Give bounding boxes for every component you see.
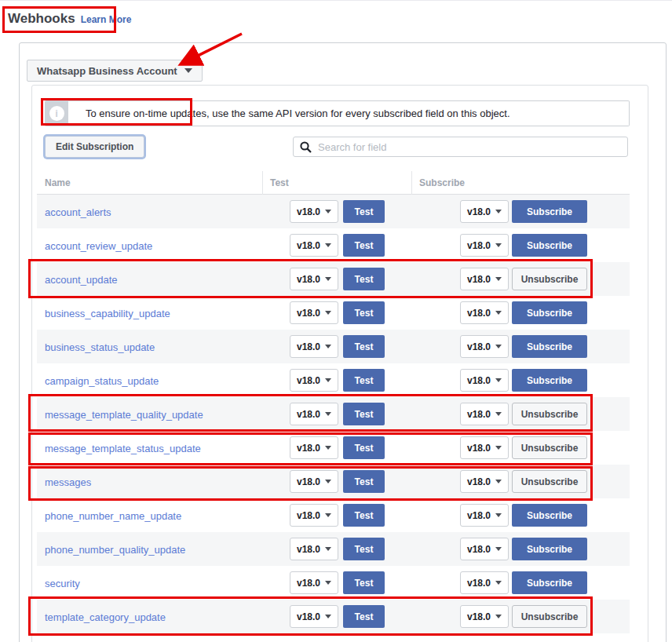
- subscribe-version-select[interactable]: v18.0: [460, 605, 509, 628]
- search-input[interactable]: [318, 141, 621, 153]
- subscribe-version-select[interactable]: v18.0: [460, 403, 509, 425]
- chevron-down-icon: [495, 412, 502, 416]
- subscribe-version-select[interactable]: v18.0: [460, 504, 509, 527]
- test-button[interactable]: Test: [343, 369, 385, 392]
- test-button[interactable]: Test: [343, 268, 385, 290]
- test-version-select[interactable]: v18.0: [290, 470, 338, 493]
- chevron-down-icon: [325, 480, 331, 483]
- subscribe-version-select[interactable]: v18.0: [460, 470, 509, 493]
- chevron-down-icon: [495, 581, 502, 585]
- field-name-link[interactable]: security: [45, 577, 80, 589]
- subscribe-version-select[interactable]: v18.0: [460, 335, 509, 358]
- table-row: account_review_update v18.0 Test v18.0 S…: [37, 228, 630, 262]
- test-button[interactable]: Test: [343, 234, 385, 257]
- test-button[interactable]: Test: [343, 504, 385, 527]
- info-icon: i: [45, 100, 68, 126]
- table-row: message_template_status_update v18.0 Tes…: [37, 431, 630, 465]
- table-row: account_update v18.0 Test v18.0 Unsubscr…: [37, 262, 630, 296]
- subscribe-action-button[interactable]: Unsubscribe: [512, 470, 587, 493]
- table-row: security v18.0 Test v18.0 Subscribe: [37, 566, 630, 600]
- subscribe-version-select[interactable]: v18.0: [460, 200, 509, 223]
- subscribe-action-button[interactable]: Subscribe: [512, 571, 587, 594]
- info-banner: i To ensure on-time updates, use the sam…: [45, 100, 630, 126]
- test-button[interactable]: Test: [343, 605, 385, 628]
- test-button[interactable]: Test: [343, 470, 385, 493]
- test-button[interactable]: Test: [343, 200, 385, 223]
- edit-subscription-button[interactable]: Edit Subscription: [45, 136, 144, 158]
- chevron-down-icon: [325, 615, 331, 618]
- subscribe-version-select[interactable]: v18.0: [460, 301, 509, 324]
- test-version-select[interactable]: v18.0: [290, 605, 338, 628]
- subscribe-version-select[interactable]: v18.0: [460, 571, 509, 594]
- subscribe-version-select[interactable]: v18.0: [460, 234, 509, 257]
- column-header-test: Test: [270, 177, 289, 188]
- chevron-down-icon: [495, 446, 502, 450]
- test-button[interactable]: Test: [343, 301, 385, 324]
- field-name-link[interactable]: phone_number_name_update: [45, 509, 181, 521]
- subscribe-version-select[interactable]: v18.0: [460, 538, 509, 560]
- table-row: account_alerts v18.0 Test v18.0 Subscrib…: [37, 195, 630, 228]
- chevron-down-icon: [325, 345, 331, 348]
- chevron-down-icon: [495, 277, 502, 281]
- chevron-down-icon: [495, 210, 502, 213]
- chevron-down-icon: [325, 446, 331, 450]
- object-type-dropdown[interactable]: Whatsapp Business Account: [27, 60, 203, 82]
- test-button[interactable]: Test: [343, 538, 385, 560]
- subscribe-action-button[interactable]: Subscribe: [512, 538, 587, 560]
- learn-more-link[interactable]: Learn More: [81, 14, 132, 25]
- test-version-select[interactable]: v18.0: [290, 200, 338, 223]
- field-name-link[interactable]: business_capability_update: [45, 307, 170, 319]
- test-version-select[interactable]: v18.0: [290, 234, 338, 257]
- subscribe-action-button[interactable]: Subscribe: [512, 301, 587, 324]
- test-version-select[interactable]: v18.0: [290, 436, 338, 459]
- table-row: messages v18.0 Test v18.0 Unsubscribe: [37, 465, 630, 498]
- column-header-name: Name: [45, 177, 71, 188]
- subscribe-action-button[interactable]: Subscribe: [512, 200, 587, 223]
- test-version-select[interactable]: v18.0: [290, 268, 338, 290]
- chevron-down-icon: [325, 311, 331, 315]
- table-row: business_status_update v18.0 Test v18.0 …: [37, 330, 630, 363]
- subscribe-action-button[interactable]: Subscribe: [512, 234, 587, 257]
- chevron-down-icon: [184, 68, 192, 73]
- subscribe-version-select[interactable]: v18.0: [460, 369, 509, 392]
- search-icon: [300, 141, 312, 153]
- field-name-link[interactable]: account_review_update: [45, 239, 152, 251]
- field-name-link[interactable]: message_template_quality_update: [45, 408, 203, 420]
- test-version-select[interactable]: v18.0: [290, 301, 338, 324]
- field-name-link[interactable]: message_template_status_update: [45, 442, 201, 454]
- subscribe-action-button[interactable]: Unsubscribe: [512, 605, 587, 628]
- field-name-link[interactable]: campaign_status_update: [45, 374, 159, 386]
- test-button[interactable]: Test: [343, 436, 385, 459]
- table-header: Name Test Subscribe: [37, 171, 630, 195]
- test-button[interactable]: Test: [343, 403, 385, 425]
- subscribe-action-button[interactable]: Unsubscribe: [512, 403, 587, 425]
- field-name-link[interactable]: messages: [45, 476, 91, 487]
- chevron-down-icon: [495, 311, 502, 315]
- subscribe-version-select[interactable]: v18.0: [460, 268, 509, 290]
- test-version-select[interactable]: v18.0: [290, 571, 338, 594]
- chevron-down-icon: [495, 243, 502, 247]
- field-name-link[interactable]: business_status_update: [45, 341, 155, 352]
- search-field[interactable]: [293, 137, 628, 157]
- field-name-link[interactable]: phone_number_quality_update: [45, 543, 185, 555]
- chevron-down-icon: [325, 277, 331, 281]
- subscribe-action-button[interactable]: Unsubscribe: [512, 268, 587, 290]
- test-version-select[interactable]: v18.0: [290, 335, 338, 358]
- test-button[interactable]: Test: [343, 571, 385, 594]
- subscribe-action-button[interactable]: Subscribe: [512, 369, 587, 392]
- webhooks-panel: Whatsapp Business Account i To ensure on…: [19, 42, 667, 642]
- subscribe-action-button[interactable]: Subscribe: [512, 335, 587, 358]
- test-version-select[interactable]: v18.0: [290, 504, 338, 527]
- subscribe-action-button[interactable]: Subscribe: [512, 504, 587, 527]
- test-button[interactable]: Test: [343, 335, 385, 358]
- subscribe-action-button[interactable]: Unsubscribe: [512, 436, 587, 459]
- field-name-link[interactable]: account_alerts: [45, 206, 111, 217]
- field-name-link[interactable]: account_update: [45, 273, 118, 285]
- subscribe-version-select[interactable]: v18.0: [460, 436, 509, 459]
- test-version-select[interactable]: v18.0: [290, 403, 338, 425]
- test-version-select[interactable]: v18.0: [290, 538, 338, 560]
- column-divider: [411, 171, 412, 195]
- test-version-select[interactable]: v18.0: [290, 369, 338, 392]
- chevron-down-icon: [495, 547, 502, 551]
- field-name-link[interactable]: template_category_update: [45, 611, 166, 622]
